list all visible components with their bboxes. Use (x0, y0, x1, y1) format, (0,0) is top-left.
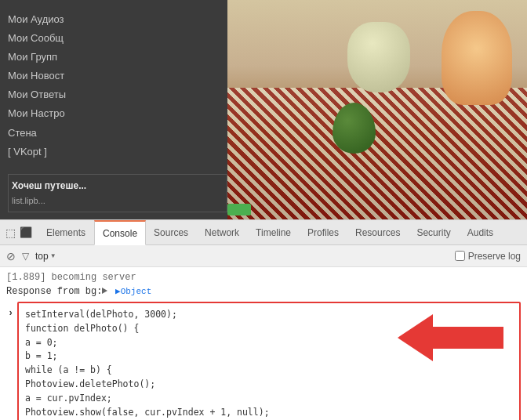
promo-text: Хочеш путеше... (12, 178, 224, 194)
tab-console[interactable]: Console (94, 220, 146, 245)
clear-console-icon[interactable]: ⊘ (6, 250, 16, 262)
context-label: top (35, 251, 49, 262)
arrow-head-left (398, 314, 433, 361)
promo-sub: list.lipb... (12, 194, 224, 208)
input-marker: › (8, 306, 13, 320)
preserve-log-control[interactable]: Preserve log (455, 251, 521, 262)
image-bg (227, 0, 527, 219)
sidebar-link[interactable]: Мои Ответы (8, 85, 227, 104)
green-indicator (227, 204, 251, 215)
sidebar-link[interactable]: Стена (8, 124, 227, 143)
preserve-log-checkbox[interactable] (455, 251, 465, 261)
sidebar-link[interactable]: Мои Новост (8, 67, 227, 85)
devtools-tabs: Elements Console Sources Network Timelin… (38, 220, 502, 244)
triangle-icon (102, 288, 107, 294)
dropdown-arrow: ▼ (50, 252, 56, 259)
tab-elements[interactable]: Elements (38, 220, 94, 244)
console-line-becoming: [1.889] becoming server (6, 270, 521, 284)
console-line-response: Response from bg: ▶Object (6, 284, 521, 299)
code-line-8: Photoview.show(false, cur.pvIndex + 1, n… (25, 406, 513, 420)
sidebar: Мои Аудиоз Мои Сообщ Мои Групп Мои Новос… (0, 0, 227, 219)
tab-sources[interactable]: Sources (146, 220, 197, 244)
console-area: [1.889] becoming server Response from bg… (0, 267, 527, 420)
console-text: [1.889] becoming server (6, 270, 136, 284)
inspect-icon[interactable]: ⬚ (4, 226, 16, 239)
tab-audits[interactable]: Audits (460, 220, 502, 244)
sidebar-link[interactable]: Мои Аудиоз (8, 10, 227, 29)
image-area (227, 0, 527, 219)
sidebar-link[interactable]: Мои Групп (8, 48, 227, 67)
devtools-toolbar: ⬚ ⬛ Elements Console Sources Network Tim… (0, 220, 527, 245)
sidebar-link[interactable]: Мои Настро (8, 104, 227, 123)
tab-resources[interactable]: Resources (347, 220, 409, 244)
object-label: ▶Object (115, 287, 151, 296)
sidebar-link[interactable]: Мои Сообщ (8, 29, 227, 48)
filter-icon[interactable]: ▽ (22, 251, 29, 262)
mobile-icon[interactable]: ⬛ (20, 226, 32, 239)
object-link[interactable]: ▶Object (102, 285, 151, 299)
code-line-5: while (a != b) { (25, 364, 513, 378)
context-dropdown[interactable]: top ▼ (35, 251, 56, 262)
toolbar-icons: ⬚ ⬛ (4, 226, 32, 239)
code-line-6: Photoview.deletePhoto(); (25, 378, 513, 392)
devtools-panel: ⬚ ⬛ Elements Console Sources Network Tim… (0, 219, 527, 420)
code-line-7: a = cur.pvIndex; (25, 392, 513, 406)
red-arrow (398, 314, 503, 361)
top-content: Мои Аудиоз Мои Сообщ Мои Групп Мои Новос… (0, 0, 527, 219)
console-text: Response from bg: (6, 284, 102, 299)
tab-profiles[interactable]: Profiles (300, 220, 347, 244)
tab-timeline[interactable]: Timeline (248, 220, 300, 244)
promo-block[interactable]: Хочеш путеше... list.lipb... (8, 174, 227, 212)
preserve-log-label: Preserve log (468, 251, 521, 262)
page-wrapper: Мои Аудиоз Мои Сообщ Мои Групп Мои Новос… (0, 0, 527, 420)
console-filter-bar: ⊘ ▽ top ▼ Preserve log (0, 245, 527, 267)
arrow-body (433, 327, 503, 349)
sidebar-item[interactable]: Мои Аудиоз Мои Сообщ Мои Групп Мои Новос… (8, 4, 227, 161)
tab-network[interactable]: Network (197, 220, 248, 244)
sidebar-link[interactable]: [ VKopt ] (8, 143, 227, 161)
tab-security[interactable]: Security (409, 220, 459, 244)
